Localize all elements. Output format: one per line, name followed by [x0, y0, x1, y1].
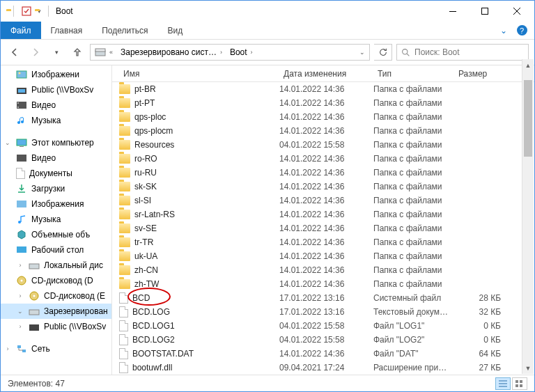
file-name: BCD.LOG — [132, 307, 170, 317]
svg-rect-12 — [17, 107, 19, 108]
nav-item-pictures[interactable]: Изображения — [1, 196, 111, 212]
close-button[interactable] — [501, 1, 533, 22]
file-type: Папка с файлами — [373, 154, 454, 164]
file-row[interactable]: BCD.LOG204.01.2022 15:58Файл "LOG2"0 КБ — [112, 333, 533, 347]
file-row[interactable]: BOOTSTAT.DAT14.01.2022 14:36Файл "DAT"64… — [112, 347, 533, 361]
svg-rect-6 — [17, 71, 26, 78]
file-icon — [119, 362, 128, 373]
file-row[interactable]: sl-SI14.01.2022 14:36Папка с файлами — [112, 194, 533, 207]
nav-up-button[interactable] — [69, 44, 86, 61]
nav-item-videos[interactable]: Видео — [1, 150, 111, 166]
refresh-button[interactable] — [374, 44, 392, 61]
qat-properties-icon[interactable] — [21, 6, 32, 17]
tab-view[interactable]: Вид — [157, 22, 192, 39]
file-row[interactable]: ru-RU14.01.2022 14:36Папка с файлами — [112, 166, 533, 180]
status-item-count: Элементов: 47 — [8, 379, 65, 389]
file-date: 04.01.2022 15:58 — [279, 140, 373, 150]
help-icon[interactable]: ? — [516, 25, 527, 36]
folder-icon — [119, 84, 130, 94]
nav-item-this-pc[interactable]: ⌄Этот компьютер — [1, 135, 111, 150]
breadcrumb-dropdown-icon[interactable]: ⌄ — [357, 45, 368, 60]
breadcrumb-part-boot[interactable]: Boot› — [227, 45, 258, 60]
svg-rect-15 — [17, 155, 26, 162]
nav-item-cd-d[interactable]: CD-дисковод (D — [1, 273, 111, 288]
file-row[interactable]: uk-UA14.01.2022 14:36Папка с файлами — [112, 249, 533, 263]
ribbon-expand-icon[interactable]: ⌄ — [498, 25, 509, 36]
nav-item-local-disk[interactable]: ›Локальный дис — [1, 258, 111, 273]
file-list[interactable]: pt-BR14.01.2022 14:36Папка с файламиpt-P… — [112, 82, 534, 375]
nav-forward-button[interactable] — [27, 44, 44, 61]
file-row[interactable]: zh-CN14.01.2022 14:36Папка с файлами — [112, 263, 533, 277]
breadcrumb[interactable]: « Зарезервировано сист…› Boot› ⌄ — [90, 44, 370, 61]
minimize-button[interactable] — [437, 1, 469, 22]
file-name: sl-SI — [134, 196, 151, 205]
nav-item-network[interactable]: ›Сеть — [1, 341, 111, 356]
file-row[interactable]: BCD.LOG104.01.2022 15:58Файл "LOG1"0 КБ — [112, 319, 533, 333]
nav-history-dropdown[interactable]: ▾ — [48, 44, 65, 61]
column-size[interactable]: Размер — [454, 65, 506, 81]
file-row[interactable]: BCD17.01.2022 13:16Системный файл28 КБ — [112, 291, 533, 305]
file-row[interactable]: sr-Latn-RS14.01.2022 14:36Папка с файлам… — [112, 207, 533, 221]
navigation-pane[interactable]: Изображени Public (\\VBoxSv Видео Музыка… — [1, 65, 112, 375]
file-row[interactable]: tr-TR14.01.2022 14:36Папка с файлами — [112, 235, 533, 249]
nav-item-music2[interactable]: Музыка — [1, 212, 111, 227]
file-size: 64 КБ — [454, 349, 506, 359]
scroll-up-icon[interactable]: ▲ — [522, 59, 534, 71]
file-name: tr-TR — [134, 237, 153, 247]
search-input[interactable]: Поиск: Boot — [396, 44, 529, 61]
nav-item-video[interactable]: Видео — [1, 97, 111, 113]
folder-icon — [119, 265, 130, 275]
view-details-button[interactable] — [495, 377, 511, 390]
column-date[interactable]: Дата изменения — [279, 65, 373, 81]
scroll-thumb[interactable] — [524, 80, 532, 157]
file-row[interactable]: qps-plocm14.01.2022 14:36Папка с файлами — [112, 124, 533, 138]
file-icon — [119, 320, 128, 331]
breadcrumb-part-reserved[interactable]: Зарезервировано сист…› — [118, 45, 227, 60]
svg-rect-30 — [515, 384, 518, 387]
folder-icon — [119, 224, 130, 233]
tab-file[interactable]: Файл — [1, 22, 41, 39]
file-date: 14.01.2022 14:36 — [279, 98, 373, 108]
breadcrumb-drive-icon[interactable]: « — [92, 45, 118, 60]
nav-item-public2[interactable]: ›Public (\\VBoxSv — [1, 319, 111, 334]
file-row[interactable]: pt-BR14.01.2022 14:36Папка с файлами — [112, 82, 533, 96]
svg-rect-14 — [20, 146, 24, 147]
maximize-button[interactable] — [469, 1, 501, 22]
svg-point-5 — [403, 49, 408, 54]
nav-item-images[interactable]: Изображени — [1, 67, 111, 82]
column-name[interactable]: Имя — [119, 65, 279, 81]
file-type: Папка с файлами — [373, 112, 454, 122]
nav-item-music[interactable]: Музыка — [1, 113, 111, 128]
folder-icon — [119, 196, 130, 205]
nav-item-documents[interactable]: Документы — [1, 166, 111, 181]
file-date: 14.01.2022 14:36 — [279, 265, 373, 275]
nav-item-desktop[interactable]: Рабочий стол — [1, 242, 111, 258]
scroll-down-icon[interactable]: ▼ — [522, 362, 534, 374]
file-row[interactable]: sk-SK14.01.2022 14:36Папка с файлами — [112, 180, 533, 194]
file-size: 28 КБ — [454, 293, 506, 303]
column-type[interactable]: Тип — [373, 65, 454, 81]
file-name: pt-BR — [134, 84, 156, 94]
file-row[interactable]: ro-RO14.01.2022 14:36Папка с файлами — [112, 152, 533, 166]
tab-share[interactable]: Поделиться — [92, 22, 157, 39]
nav-item-3d[interactable]: Объемные объ — [1, 227, 111, 242]
file-row[interactable]: Resources04.01.2022 15:58Папка с файлами — [112, 138, 533, 152]
file-name: BCD — [132, 293, 150, 303]
nav-item-downloads[interactable]: Загрузки — [1, 181, 111, 196]
file-row[interactable]: BCD.LOG17.01.2022 13:16Текстовый докум…3… — [112, 305, 533, 319]
file-type: Папка с файлами — [373, 224, 454, 233]
vertical-scrollbar[interactable]: ▲ ▼ — [522, 59, 534, 374]
file-name: sk-SK — [134, 182, 157, 191]
nav-item-public[interactable]: Public (\\VBoxSv — [1, 82, 111, 97]
file-row[interactable]: pt-PT14.01.2022 14:36Папка с файлами — [112, 96, 533, 110]
view-icons-button[interactable] — [512, 377, 527, 390]
file-row[interactable]: qps-ploc14.01.2022 14:36Папка с файлами — [112, 110, 533, 124]
tab-home[interactable]: Главная — [41, 22, 93, 39]
nav-item-cd-e[interactable]: ›CD-дисковод (E — [1, 288, 111, 304]
file-row[interactable]: zh-TW14.01.2022 14:36Папка с файлами — [112, 277, 533, 291]
file-row[interactable]: sv-SE14.01.2022 14:36Папка с файлами — [112, 221, 533, 235]
file-name: uk-UA — [134, 251, 157, 261]
file-row[interactable]: bootuwf.dll09.04.2021 17:24Расширение пр… — [112, 361, 533, 375]
nav-back-button[interactable] — [6, 44, 23, 61]
nav-item-reserved[interactable]: ⌄Зарезервирован — [1, 304, 111, 319]
